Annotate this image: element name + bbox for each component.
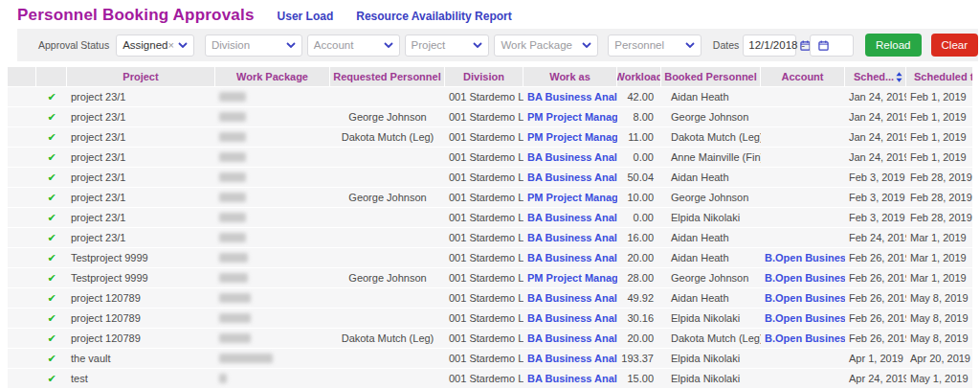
column-division[interactable]: Division (445, 67, 523, 86)
column-account[interactable]: Account (761, 67, 845, 86)
work-as-link[interactable]: PM Project Manager (523, 188, 617, 207)
table-row[interactable]: ✔ Testproject 9999 George Johnson 001 St… (8, 268, 972, 288)
account-link[interactable] (761, 87, 845, 106)
project-select[interactable]: Project (405, 34, 490, 57)
account-link[interactable] (761, 168, 845, 187)
account-link[interactable]: B.Open Business Ope... (761, 288, 845, 308)
column-work-as[interactable]: Work as (523, 67, 617, 86)
requested-personnel-cell: George Johnson (330, 188, 445, 207)
account-link[interactable] (761, 188, 845, 207)
date-range-separator: - (801, 39, 805, 51)
column-requested-personnel[interactable]: Requested Personnel (330, 67, 445, 86)
sort-icon[interactable] (896, 72, 902, 82)
account-link[interactable]: B.Open Business Ope... (761, 268, 845, 287)
account-link[interactable] (761, 107, 845, 126)
division-cell: 001 Stardemo Ltd 2 (445, 369, 523, 388)
work-as-link[interactable]: PM Project Manager (523, 107, 617, 126)
scheduled-from-cell: Feb 26, 2019 (845, 288, 906, 308)
account-link[interactable] (761, 148, 845, 167)
work-as-link[interactable]: PM Project Manager (523, 127, 617, 147)
approval-status-clear-icon[interactable]: × (167, 39, 173, 51)
column-workload[interactable]: Workload (617, 67, 661, 86)
division-select[interactable]: Division (205, 34, 302, 57)
row-select-cell (8, 329, 36, 348)
column-work-package[interactable]: Work Package (215, 67, 330, 86)
scheduled-from-cell: Jan 24, 2019 (845, 107, 906, 126)
scheduled-to-cell: Apr 20, 2019 (906, 349, 972, 368)
table-header-row: Project Work Package Requested Personnel… (8, 67, 972, 87)
booked-personnel-cell: Aidan Heath (661, 228, 761, 247)
work-as-link[interactable]: BA Business Analyst (523, 329, 617, 348)
column-project[interactable]: Project (67, 67, 215, 86)
table-row[interactable]: ✔ the vault 001 Stardemo Ltd 2 BA Busine… (8, 349, 972, 369)
scheduled-to-cell: May 1, 2019 (906, 369, 972, 388)
division-placeholder: Division (212, 39, 286, 51)
date-from-input[interactable]: 12/1/2018 (743, 34, 796, 57)
approved-cell: ✔ (36, 248, 67, 267)
account-link[interactable] (761, 127, 845, 147)
table-row[interactable]: ✔ project 23/1 001 Stardemo Ltd 2 BA Bus… (8, 148, 972, 168)
account-link[interactable] (761, 228, 845, 247)
personnel-select[interactable]: Personnel (608, 34, 702, 57)
account-link[interactable] (761, 369, 845, 388)
work-as-link[interactable]: BA Business Analyst (523, 148, 617, 167)
work-as-link[interactable]: BA Business Analyst (523, 349, 617, 368)
clear-button[interactable]: Clear (931, 34, 978, 57)
approval-status-select[interactable]: Assigned × (116, 34, 194, 57)
work-as-link[interactable]: BA Business Analyst (523, 309, 617, 328)
approved-cell: ✔ (36, 87, 67, 106)
work-package-redacted (219, 92, 246, 102)
work-package-cell (215, 329, 330, 348)
table-row[interactable]: ✔ project 23/1 001 Stardemo Ltd 2 BA Bus… (8, 168, 972, 188)
scheduled-to-cell: May 8, 2019 (906, 329, 972, 348)
table-row[interactable]: ✔ project 120789 001 Stardemo Ltd 2 BA B… (8, 309, 972, 329)
account-link[interactable] (761, 208, 845, 227)
reload-button[interactable]: Reload (865, 34, 921, 57)
work-package-redacted (219, 213, 246, 222)
row-select-cell (8, 288, 36, 308)
calendar-icon[interactable] (818, 40, 829, 51)
table-row[interactable]: ✔ project 23/1 Dakota Mutch (Leg) 001 St… (8, 127, 972, 148)
scheduled-from-cell: Feb 3, 2019 (845, 188, 906, 207)
work-package-cell (215, 188, 330, 207)
work-as-link[interactable]: BA Business Analyst (523, 208, 617, 227)
project-cell: Testproject 9999 (67, 268, 215, 287)
date-to-input[interactable] (810, 34, 854, 57)
table-row[interactable]: ✔ project 120789 Dakota Mutch (Leg) 001 … (8, 329, 972, 349)
table-row[interactable]: ✔ Testproject 9999 001 Stardemo Ltd 2 BA… (8, 248, 972, 268)
work-as-link[interactable]: BA Business Analyst (523, 87, 617, 106)
work-package-select[interactable]: Work Package (494, 34, 598, 57)
chevron-down-icon (685, 42, 695, 48)
work-package-cell (215, 148, 330, 167)
account-link[interactable]: B.Open Business Ope... (761, 248, 845, 267)
personnel-placeholder: Personnel (614, 39, 685, 51)
approved-cell: ✔ (36, 188, 67, 207)
work-as-link[interactable]: BA Business Analyst (523, 288, 617, 308)
table-row[interactable]: ✔ project 23/1 001 Stardemo Ltd 2 BA Bus… (8, 208, 972, 228)
account-link[interactable]: B.Open Business Ope... (761, 309, 845, 328)
account-select[interactable]: Account (307, 34, 400, 57)
scheduled-from-cell: Feb 3, 2019 (845, 168, 906, 187)
column-scheduled-to[interactable]: Scheduled to (906, 67, 972, 86)
table-row[interactable]: ✔ project 23/1 George Johnson 001 Starde… (8, 107, 972, 127)
workload-cell: 20.00 (617, 248, 661, 267)
column-scheduled-from[interactable]: Sched... (845, 67, 906, 86)
work-as-link[interactable]: BA Business Analyst (523, 168, 617, 187)
table-row[interactable]: ✔ project 23/1 001 Stardemo Ltd 2 BA Bus… (8, 87, 972, 107)
column-booked-personnel[interactable]: Booked Personnel (661, 67, 761, 86)
nav-link-user-load[interactable]: User Load (278, 10, 334, 23)
account-link[interactable]: B.Open Business Ope... (761, 329, 845, 348)
table-row[interactable]: ✔ project 23/1 George Johnson 001 Starde… (8, 188, 972, 208)
work-as-link[interactable]: BA Business Analyst (523, 228, 617, 247)
table-row[interactable]: ✔ project 23/1 001 Stardemo Ltd 2 BA Bus… (8, 228, 972, 248)
table-row[interactable]: ✔ test 001 Stardemo Ltd 2 BA Business An… (8, 369, 972, 389)
nav-link-resource-availability-report[interactable]: Resource Availability Report (356, 10, 512, 23)
table-row[interactable]: ✔ project 120789 001 Stardemo Ltd 2 BA B… (8, 288, 972, 309)
account-link[interactable] (761, 349, 845, 368)
approved-check-icon: ✔ (47, 353, 56, 365)
work-package-cell (215, 127, 330, 147)
work-as-link[interactable]: BA Business Analyst (523, 248, 617, 267)
division-cell: 001 Stardemo Ltd 2 (445, 188, 523, 207)
work-as-link[interactable]: BA Business Analyst (523, 369, 617, 388)
work-as-link[interactable]: PM Project Manager (523, 268, 617, 287)
